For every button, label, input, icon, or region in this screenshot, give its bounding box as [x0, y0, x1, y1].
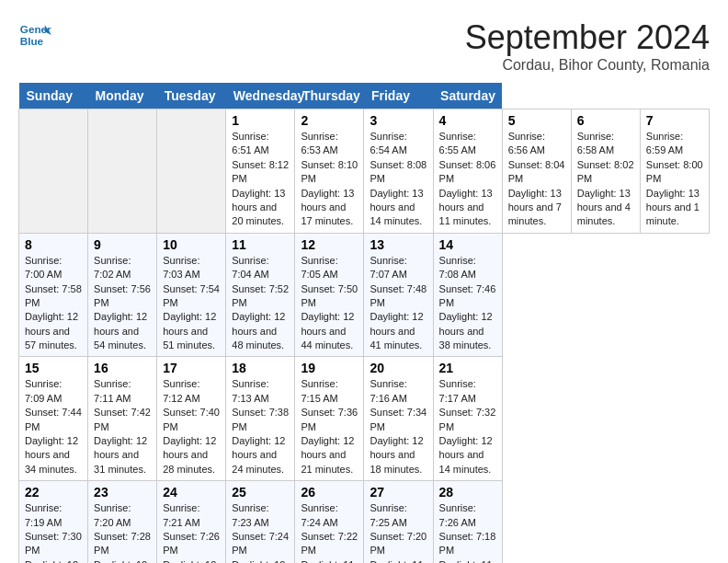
header-row: SundayMondayTuesdayWednesdayThursdayFrid… [19, 83, 710, 109]
column-header-sunday: Sunday [19, 83, 88, 109]
day-info: Sunrise: 7:23 AMSunset: 7:24 PMDaylight:… [232, 501, 289, 563]
day-cell: 24Sunrise: 7:21 AMSunset: 7:26 PMDayligh… [157, 481, 226, 563]
day-number: 10 [163, 237, 220, 252]
week-row-3: 15Sunrise: 7:09 AMSunset: 7:44 PMDayligh… [19, 357, 710, 481]
day-number: 13 [370, 237, 427, 252]
day-number: 19 [301, 361, 358, 375]
day-info: Sunrise: 7:11 AMSunset: 7:42 PMDaylight:… [94, 377, 151, 477]
day-info: Sunrise: 7:12 AMSunset: 7:40 PMDaylight:… [163, 377, 220, 477]
day-number: 27 [370, 485, 427, 500]
day-cell [157, 109, 226, 234]
day-number: 12 [301, 237, 358, 252]
day-cell [88, 109, 157, 234]
day-info: Sunrise: 6:56 AMSunset: 8:04 PMDaylight:… [508, 130, 565, 229]
day-info: Sunrise: 7:21 AMSunset: 7:26 PMDaylight:… [163, 501, 220, 563]
day-info: Sunrise: 7:13 AMSunset: 7:38 PMDaylight:… [232, 377, 289, 477]
day-info: Sunrise: 6:54 AMSunset: 8:08 PMDaylight:… [370, 130, 427, 229]
day-number: 5 [508, 113, 565, 128]
day-cell: 27Sunrise: 7:25 AMSunset: 7:20 PMDayligh… [364, 481, 433, 563]
day-cell: 17Sunrise: 7:12 AMSunset: 7:40 PMDayligh… [157, 357, 226, 481]
day-number: 20 [370, 361, 427, 375]
day-info: Sunrise: 6:59 AMSunset: 8:00 PMDaylight:… [646, 130, 703, 229]
day-number: 2 [301, 113, 358, 128]
day-info: Sunrise: 7:20 AMSunset: 7:28 PMDaylight:… [94, 501, 151, 563]
day-cell: 12Sunrise: 7:05 AMSunset: 7:50 PMDayligh… [295, 233, 364, 357]
day-info: Sunrise: 7:26 AMSunset: 7:18 PMDaylight:… [439, 501, 496, 563]
calendar-table: SundayMondayTuesdayWednesdayThursdayFrid… [18, 83, 710, 563]
column-header-wednesday: Wednesday [226, 83, 295, 109]
day-number: 18 [232, 361, 289, 375]
page-header: General Blue September 2024 Cordau, Biho… [18, 18, 710, 74]
day-info: Sunrise: 7:08 AMSunset: 7:46 PMDaylight:… [439, 254, 496, 353]
day-number: 9 [94, 237, 151, 252]
column-header-thursday: Thursday [295, 83, 364, 109]
day-cell: 2Sunrise: 6:53 AMSunset: 8:10 PMDaylight… [295, 109, 364, 234]
day-number: 1 [232, 113, 289, 128]
day-info: Sunrise: 7:25 AMSunset: 7:20 PMDaylight:… [370, 501, 427, 563]
day-number: 7 [646, 113, 703, 128]
day-info: Sunrise: 6:58 AMSunset: 8:02 PMDaylight:… [577, 130, 634, 229]
day-info: Sunrise: 7:17 AMSunset: 7:32 PMDaylight:… [439, 377, 496, 477]
day-info: Sunrise: 6:51 AMSunset: 8:12 PMDaylight:… [232, 130, 289, 229]
day-cell: 8Sunrise: 7:00 AMSunset: 7:58 PMDaylight… [19, 233, 88, 357]
column-header-monday: Monday [88, 83, 157, 109]
month-title: September 2024 [465, 18, 710, 57]
day-cell: 3Sunrise: 6:54 AMSunset: 8:08 PMDaylight… [364, 109, 433, 234]
day-number: 26 [301, 485, 358, 500]
day-number: 8 [25, 237, 82, 252]
day-cell: 25Sunrise: 7:23 AMSunset: 7:24 PMDayligh… [226, 481, 295, 563]
day-info: Sunrise: 7:09 AMSunset: 7:44 PMDaylight:… [25, 377, 82, 477]
day-number: 4 [439, 113, 496, 128]
column-header-friday: Friday [364, 83, 433, 109]
day-info: Sunrise: 7:03 AMSunset: 7:54 PMDaylight:… [163, 254, 220, 353]
column-header-saturday: Saturday [433, 83, 502, 109]
day-number: 14 [439, 237, 496, 252]
day-info: Sunrise: 6:53 AMSunset: 8:10 PMDaylight:… [301, 130, 358, 229]
day-cell: 16Sunrise: 7:11 AMSunset: 7:42 PMDayligh… [88, 357, 157, 481]
week-row-4: 22Sunrise: 7:19 AMSunset: 7:30 PMDayligh… [19, 481, 710, 563]
day-cell [19, 109, 88, 234]
day-number: 17 [163, 361, 220, 375]
day-info: Sunrise: 7:05 AMSunset: 7:50 PMDaylight:… [301, 254, 358, 353]
day-number: 21 [439, 361, 496, 375]
week-row-2: 8Sunrise: 7:00 AMSunset: 7:58 PMDaylight… [19, 233, 710, 357]
day-cell: 15Sunrise: 7:09 AMSunset: 7:44 PMDayligh… [19, 357, 88, 481]
logo: General Blue [18, 18, 51, 52]
day-info: Sunrise: 7:07 AMSunset: 7:48 PMDaylight:… [370, 254, 427, 353]
day-cell: 1Sunrise: 6:51 AMSunset: 8:12 PMDaylight… [226, 109, 295, 234]
week-row-1: 1Sunrise: 6:51 AMSunset: 8:12 PMDaylight… [19, 109, 710, 234]
day-cell: 7Sunrise: 6:59 AMSunset: 8:00 PMDaylight… [640, 109, 709, 234]
day-number: 22 [25, 485, 82, 500]
day-number: 11 [232, 237, 289, 252]
day-info: Sunrise: 7:02 AMSunset: 7:56 PMDaylight:… [94, 254, 151, 353]
day-cell: 20Sunrise: 7:16 AMSunset: 7:34 PMDayligh… [364, 357, 433, 481]
day-number: 6 [577, 113, 634, 128]
day-number: 3 [370, 113, 427, 128]
day-info: Sunrise: 7:24 AMSunset: 7:22 PMDaylight:… [301, 501, 358, 563]
day-info: Sunrise: 7:15 AMSunset: 7:36 PMDaylight:… [301, 377, 358, 477]
day-info: Sunrise: 6:55 AMSunset: 8:06 PMDaylight:… [439, 130, 496, 229]
day-cell: 6Sunrise: 6:58 AMSunset: 8:02 PMDaylight… [571, 109, 640, 234]
day-number: 16 [94, 361, 151, 375]
day-cell: 4Sunrise: 6:55 AMSunset: 8:06 PMDaylight… [433, 109, 502, 234]
day-info: Sunrise: 7:00 AMSunset: 7:58 PMDaylight:… [25, 254, 82, 353]
day-cell: 23Sunrise: 7:20 AMSunset: 7:28 PMDayligh… [88, 481, 157, 563]
day-number: 28 [439, 485, 496, 500]
day-cell: 19Sunrise: 7:15 AMSunset: 7:36 PMDayligh… [295, 357, 364, 481]
day-cell: 5Sunrise: 6:56 AMSunset: 8:04 PMDaylight… [502, 109, 571, 234]
day-cell: 22Sunrise: 7:19 AMSunset: 7:30 PMDayligh… [19, 481, 88, 563]
column-header-tuesday: Tuesday [157, 83, 226, 109]
logo-icon: General Blue [18, 18, 51, 52]
day-cell: 26Sunrise: 7:24 AMSunset: 7:22 PMDayligh… [295, 481, 364, 563]
day-number: 24 [163, 485, 220, 500]
day-info: Sunrise: 7:04 AMSunset: 7:52 PMDaylight:… [232, 254, 289, 353]
day-cell: 14Sunrise: 7:08 AMSunset: 7:46 PMDayligh… [433, 233, 502, 357]
location: Cordau, Bihor County, Romania [465, 57, 710, 74]
day-number: 23 [94, 485, 151, 500]
day-cell: 21Sunrise: 7:17 AMSunset: 7:32 PMDayligh… [433, 357, 502, 481]
svg-text:Blue: Blue [20, 35, 44, 47]
day-cell: 28Sunrise: 7:26 AMSunset: 7:18 PMDayligh… [433, 481, 502, 563]
day-cell: 18Sunrise: 7:13 AMSunset: 7:38 PMDayligh… [226, 357, 295, 481]
day-number: 25 [232, 485, 289, 500]
day-cell: 11Sunrise: 7:04 AMSunset: 7:52 PMDayligh… [226, 233, 295, 357]
